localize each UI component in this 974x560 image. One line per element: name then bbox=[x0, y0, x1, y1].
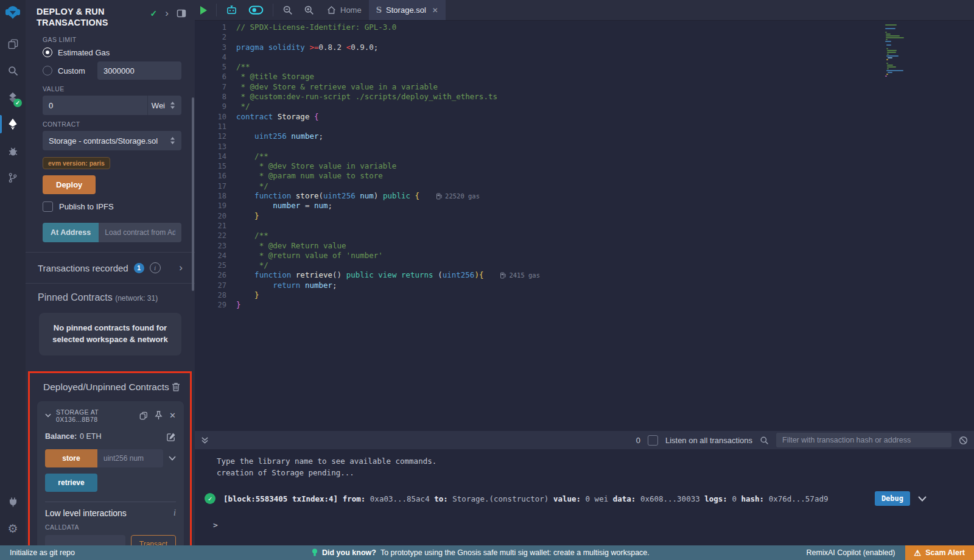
pin-side-panel-icon[interactable] bbox=[177, 9, 186, 18]
code-line[interactable]: 13 bbox=[195, 142, 974, 152]
code-line[interactable]: 12 uint256 number; bbox=[195, 131, 974, 141]
zoom-out-icon[interactable] bbox=[277, 0, 298, 20]
code-line[interactable]: 11 bbox=[195, 122, 974, 131]
publish-ipfs-checkbox[interactable]: Publish to IPFS bbox=[43, 201, 181, 212]
code-line[interactable]: 14 /** bbox=[195, 152, 974, 161]
transaction-log-row[interactable]: ✓ [block:5583405 txIndex:4] from: 0xa03.… bbox=[195, 491, 974, 506]
code-line[interactable]: 25 */ bbox=[195, 261, 974, 270]
listen-all-label: Listen on all transactions bbox=[665, 436, 752, 445]
radio-selected-icon bbox=[43, 47, 52, 57]
git-init-button[interactable]: Initialize as git repo bbox=[0, 548, 75, 557]
code-line[interactable]: 17 */ bbox=[195, 181, 974, 191]
code-line[interactable]: 24 * @return value of 'number' bbox=[195, 251, 974, 261]
code-line[interactable]: 23 * @dev Return value bbox=[195, 241, 974, 251]
radio-icon bbox=[43, 66, 52, 75]
expand-tx-chevron-icon[interactable] bbox=[918, 496, 927, 502]
custom-gas-radio[interactable]: Custom bbox=[43, 61, 181, 80]
deploy-button[interactable]: Deploy bbox=[43, 175, 96, 194]
code-line[interactable]: 28 } bbox=[195, 290, 974, 300]
code-line[interactable]: 21 bbox=[195, 221, 974, 231]
transact-button[interactable]: Transact bbox=[131, 535, 176, 545]
plugin-manager-icon[interactable] bbox=[0, 488, 26, 515]
code-line[interactable]: 15 * @dev Store value in variable bbox=[195, 161, 974, 171]
expand-params-icon[interactable] bbox=[169, 456, 176, 461]
store-function-button[interactable]: store bbox=[45, 449, 97, 467]
scam-alert-label: Scam Alert bbox=[925, 548, 965, 557]
copilot-toggle[interactable] bbox=[243, 0, 269, 20]
estimated-gas-radio[interactable]: Estimated Gas bbox=[43, 47, 181, 57]
transactions-recorded-row[interactable]: Transactions recorded 1 i › bbox=[26, 253, 195, 283]
zoom-in-icon[interactable] bbox=[298, 0, 320, 20]
code-editor[interactable]: 1// SPDX-License-Identifier: GPL-3.023pr… bbox=[195, 21, 974, 431]
copilot-status[interactable]: RemixAI Copilot (enabled) bbox=[807, 548, 895, 557]
custom-gas-input[interactable] bbox=[97, 61, 181, 80]
terminal-prompt[interactable]: > bbox=[195, 520, 974, 530]
code-line[interactable]: 9 */ bbox=[195, 102, 974, 111]
code-line[interactable]: 5/** bbox=[195, 62, 974, 72]
code-line[interactable]: 18 function store(uint256 num) public {2… bbox=[195, 191, 974, 201]
terminal-filter-input[interactable] bbox=[776, 433, 951, 447]
clear-deployed-trash-icon[interactable] bbox=[172, 382, 180, 391]
code-line[interactable]: 10contract Storage { bbox=[195, 112, 974, 122]
remove-contract-icon[interactable]: ✕ bbox=[169, 411, 176, 419]
code-line[interactable]: 27 return number; bbox=[195, 281, 974, 290]
code-line[interactable]: 7 * @dev Store & retrieve value in a var… bbox=[195, 82, 974, 92]
code-line[interactable]: 3pragma solidity >=0.8.2 <0.9.0; bbox=[195, 43, 974, 52]
at-address-button[interactable]: At Address bbox=[43, 223, 99, 242]
at-address-input[interactable] bbox=[99, 223, 181, 242]
solidity-compiler-icon[interactable]: ✓ bbox=[0, 84, 26, 111]
tab-home[interactable]: Home bbox=[320, 0, 369, 20]
code-line[interactable]: 26 function retrieve() public view retur… bbox=[195, 270, 974, 280]
code-line[interactable]: 22 /** bbox=[195, 231, 974, 240]
search-icon[interactable] bbox=[0, 57, 26, 84]
deploy-run-icon[interactable] bbox=[0, 111, 26, 138]
edit-balance-icon[interactable] bbox=[167, 432, 176, 441]
terminal-body[interactable]: Type the library name to see available c… bbox=[195, 449, 974, 545]
code-line[interactable]: 19 number = num; bbox=[195, 201, 974, 211]
value-input[interactable] bbox=[43, 96, 147, 115]
gas-limit-label: GAS LIMIT bbox=[43, 36, 181, 43]
retrieve-function-button[interactable]: retrieve bbox=[45, 474, 97, 492]
info-icon[interactable]: i bbox=[173, 508, 176, 518]
chevron-down-icon[interactable] bbox=[45, 413, 51, 418]
value-unit-select[interactable]: Wei bbox=[147, 96, 181, 115]
code-line[interactable]: 8 * @custom:dev-run-script ./scripts/dep… bbox=[195, 92, 974, 102]
clear-filter-ban-icon[interactable] bbox=[959, 436, 968, 445]
store-param-input[interactable] bbox=[97, 449, 163, 467]
calldata-input[interactable] bbox=[45, 535, 125, 545]
copy-address-icon[interactable] bbox=[139, 411, 148, 420]
remix-logo-icon[interactable] bbox=[4, 4, 22, 22]
file-explorer-icon[interactable] bbox=[0, 30, 26, 57]
expand-terminal-icon[interactable] bbox=[201, 436, 209, 444]
contract-select[interactable]: Storage - contracts/Storage.sol bbox=[43, 131, 181, 150]
run-script-icon[interactable] bbox=[195, 0, 212, 20]
debugger-icon[interactable] bbox=[0, 138, 26, 164]
code-line[interactable]: 6 * @title Storage bbox=[195, 72, 974, 82]
debug-button[interactable]: Debug bbox=[875, 491, 910, 506]
editor-minimap[interactable] bbox=[885, 24, 940, 77]
close-tab-icon[interactable]: ✕ bbox=[432, 6, 438, 15]
pin-contract-icon[interactable] bbox=[155, 411, 163, 420]
listen-all-checkbox[interactable] bbox=[648, 435, 658, 446]
code-line[interactable]: 1// SPDX-License-Identifier: GPL-3.0 bbox=[195, 23, 974, 32]
deployed-contracts-highlight: Deployed/Unpinned Contracts STORAGE AT 0… bbox=[28, 371, 192, 545]
settings-gear-icon[interactable]: ⚙ bbox=[0, 515, 26, 542]
chevron-right-icon[interactable]: › bbox=[179, 262, 183, 274]
tab-storage-sol[interactable]: S Storage.sol ✕ bbox=[369, 0, 446, 20]
scam-alert-button[interactable]: ⚠ Scam Alert bbox=[905, 545, 974, 560]
git-branch-icon[interactable] bbox=[0, 164, 26, 191]
info-icon[interactable]: i bbox=[150, 262, 161, 273]
tx-log-text: [block:5583405 txIndex:4] from: 0xa03...… bbox=[223, 494, 867, 503]
panel-title: DEPLOY & RUN TRANSACTIONS bbox=[37, 6, 128, 28]
estimated-gas-label: Estimated Gas bbox=[58, 48, 110, 57]
code-line[interactable]: 29} bbox=[195, 300, 974, 310]
status-bar: Initialize as git repo Did you know? To … bbox=[0, 545, 974, 560]
code-line[interactable]: 16 * @param num value to store bbox=[195, 171, 974, 181]
chevron-right-icon[interactable]: › bbox=[165, 8, 169, 18]
code-line[interactable]: 4 bbox=[195, 52, 974, 62]
code-line[interactable]: 2 bbox=[195, 32, 974, 42]
panel-scrollbar[interactable] bbox=[192, 97, 194, 291]
ai-robot-icon[interactable] bbox=[220, 0, 243, 20]
code-line[interactable]: 20 } bbox=[195, 211, 974, 221]
low-level-interactions-title: Low level interactions bbox=[45, 508, 127, 518]
